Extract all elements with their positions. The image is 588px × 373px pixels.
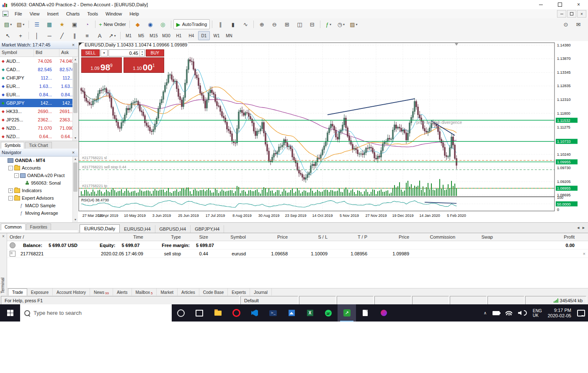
mdi-restore-button[interactable] — [567, 10, 576, 18]
menu-item-charts[interactable]: Charts — [62, 10, 83, 18]
menu-item-tools[interactable]: Tools — [83, 10, 102, 18]
restore-button[interactable] — [550, 0, 569, 9]
tab-scroll-left-icon[interactable]: ◄ — [576, 226, 580, 230]
mql5-community-button[interactable]: ◎ — [157, 19, 169, 29]
scroll-down-icon[interactable]: ▼ — [73, 217, 78, 222]
navigator-item-expert-advisors[interactable]: -Expert Advisors — [0, 194, 78, 202]
order-row[interactable]: 2177682212020.02.05 17:46:09sell stop0.4… — [7, 250, 588, 258]
timeframe-h1[interactable]: H1 — [173, 31, 185, 40]
terminal-column-price[interactable]: Price — [248, 234, 290, 239]
volume-icon[interactable] — [515, 304, 530, 322]
taskbar-app-excel[interactable]: X — [301, 304, 319, 322]
text-tool-button[interactable]: A — [94, 31, 106, 41]
market-watch-row[interactable]: ◆NZD...0.64...0.64... — [0, 132, 78, 141]
strategy-tester-toggle-button[interactable]: ◔ — [81, 19, 93, 29]
column-bid[interactable]: Bid — [34, 49, 59, 57]
indicators-button[interactable]: ƒ▾ — [322, 19, 334, 29]
market-watch-toggle-button[interactable]: ☰ — [31, 19, 43, 29]
taskbar-app-libreoffice[interactable] — [356, 304, 374, 322]
menu-item-insert[interactable]: Insert — [43, 10, 62, 18]
status-profile[interactable]: Default — [240, 296, 298, 305]
market-watch-row[interactable]: ◆AUD...74.02674.040 — [0, 57, 78, 65]
market-watch-scrollbar[interactable]: ▲▼ — [72, 57, 78, 141]
timeframe-mn[interactable]: MN — [223, 31, 235, 40]
timeframe-m30[interactable]: M30 — [160, 31, 172, 40]
market-watch-row[interactable]: ◆NZD...71.07071.090 — [0, 124, 78, 132]
navigator-tab-common[interactable]: Common — [1, 224, 26, 230]
terminal-tab-experts[interactable]: Experts — [228, 288, 250, 296]
terminal-column-swap[interactable]: Swap — [458, 234, 495, 239]
scroll-up-icon[interactable]: ▲ — [73, 57, 78, 62]
buy-price-button[interactable]: 1.10 00 1 — [124, 57, 164, 73]
taskbar-app-photos[interactable] — [282, 304, 301, 322]
market-watch-tab-symbols[interactable]: Symbols — [1, 142, 24, 149]
scroll-down-icon[interactable]: ▼ — [73, 136, 78, 141]
market-watch-row[interactable]: ◆EUR...0.84...0.84... — [0, 90, 78, 99]
taskbar-app-vscode[interactable] — [245, 304, 264, 322]
terminal-column-price[interactable]: Price — [370, 234, 412, 239]
minimize-button[interactable] — [531, 0, 550, 9]
market-watch-row[interactable]: ◆EUR...1.63...1.63... — [0, 82, 78, 90]
tray-chevron-icon[interactable]: ∧ — [481, 304, 490, 322]
navigator-tab-favorites[interactable]: Favorites — [26, 224, 51, 230]
terminal-tab-alerts[interactable]: Alerts — [113, 288, 132, 296]
terminal-column-commission[interactable]: Commission — [412, 234, 458, 239]
terminal-column-type[interactable]: Type — [146, 234, 183, 239]
bar-chart-button[interactable]: ∥ — [214, 19, 226, 29]
terminal-tab-exposure[interactable]: Exposure — [27, 288, 53, 296]
navigator-item-oanda-v20-pract[interactable]: -OANDA-v20 Pract — [0, 172, 78, 179]
tree-expander-icon[interactable]: - — [8, 196, 13, 201]
market-watch-row[interactable]: ◆HK33...2690...2691... — [0, 107, 78, 116]
horizontal-line-tool-button[interactable]: ─ — [44, 31, 55, 41]
terminal-column-profit[interactable]: Profit — [495, 234, 577, 239]
market-watch-row[interactable]: ◆CHFJPY112...112... — [0, 74, 78, 82]
cascade-windows-button[interactable]: ⊟ — [306, 19, 318, 29]
metaeditor-button[interactable]: ◆ — [132, 19, 144, 29]
terminal-tab-code-base[interactable]: Code Base — [199, 288, 228, 296]
navigator-close-icon[interactable]: × — [70, 150, 76, 155]
taskbar-app-paint[interactable] — [374, 304, 393, 322]
autotrading-button[interactable]: ▶AutoTrading — [173, 19, 210, 29]
chart-tab-eurusd-h4[interactable]: EURUSD,H4 — [120, 225, 155, 233]
close-button[interactable]: × — [569, 0, 588, 9]
column-symbol[interactable]: Symbol — [0, 49, 34, 57]
timeframe-d1[interactable]: D1 — [198, 31, 210, 40]
taskbar-search-input[interactable]: Type here to search — [20, 304, 172, 322]
start-button[interactable] — [0, 304, 20, 322]
line-chart-button[interactable]: ∿ — [240, 19, 251, 29]
menu-item-window[interactable]: Window — [102, 10, 126, 18]
terminal-tab-trade[interactable]: Trade — [8, 288, 27, 296]
terminal-column-s-l[interactable]: S / L — [290, 234, 330, 239]
navigator-item-indicators[interactable]: +Indicators — [0, 187, 78, 194]
terminal-column-symbol[interactable]: Symbol — [211, 234, 248, 239]
mql5-profile-button[interactable]: ◉ — [144, 19, 156, 29]
menu-item-file[interactable]: File — [11, 10, 26, 18]
cortana-button[interactable] — [172, 304, 190, 322]
terminal-column-t-p[interactable]: T / P — [330, 234, 370, 239]
spinner-down-icon[interactable]: ▾ — [140, 53, 144, 56]
terminal-tab-account-history[interactable]: Account History — [53, 288, 90, 296]
terminal-close-icon[interactable]: × — [0, 234, 7, 239]
tile-windows-button[interactable]: ◫ — [294, 19, 305, 29]
crosshair-tool-button[interactable]: + — [15, 31, 26, 41]
arrows-tool-button[interactable]: ↗▾ — [106, 31, 118, 41]
scroll-thumb[interactable] — [73, 63, 77, 113]
order-close-icon[interactable]: × — [577, 251, 588, 256]
task-view-button[interactable] — [190, 304, 209, 322]
market-watch-row[interactable]: ◆JP225...2362...2363... — [0, 116, 78, 124]
column-ask[interactable]: Ask — [59, 49, 78, 57]
timeframe-w1[interactable]: W1 — [211, 31, 222, 40]
navigator-scrollbar[interactable]: ▲▼ — [72, 157, 78, 222]
scroll-up-icon[interactable]: ▲ — [73, 157, 78, 162]
scroll-thumb[interactable] — [73, 162, 77, 192]
terminal-column-time[interactable]: Time — [68, 234, 146, 239]
chat-button[interactable]: ✉ — [573, 19, 584, 29]
buy-button[interactable]: BUY — [146, 49, 164, 57]
terminal-tab-news[interactable]: News99 — [90, 288, 113, 296]
zoom-in-button[interactable]: ⊕ — [256, 19, 268, 29]
market-watch-row[interactable]: ◆GBPJPY142...142... — [0, 99, 78, 107]
tree-expander-icon[interactable]: + — [8, 188, 13, 193]
wifi-icon[interactable] — [503, 304, 515, 322]
tree-expander-icon[interactable]: - — [14, 173, 19, 178]
navigator-item-accounts[interactable]: -Accounts — [0, 164, 78, 172]
